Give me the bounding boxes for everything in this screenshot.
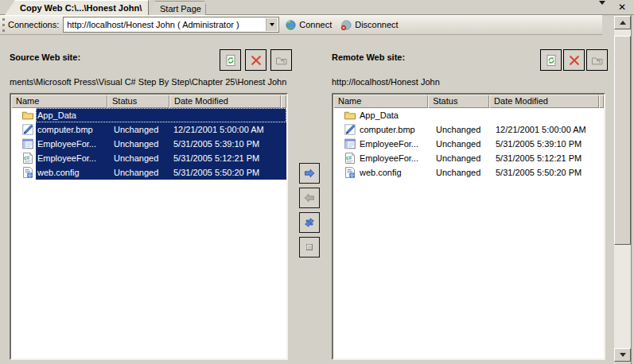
webform-file-icon xyxy=(21,137,34,150)
copy-to-source-button[interactable] xyxy=(299,188,320,208)
window-menu-button[interactable] xyxy=(599,5,609,13)
file-name: web.config xyxy=(34,168,107,177)
csharp-file-icon: c# xyxy=(344,152,356,165)
file-row[interactable]: c#EmployeeFor...Unchanged5/31/2005 5:12:… xyxy=(333,151,604,165)
scrollbar-thumb[interactable] xyxy=(614,36,631,245)
file-date: 5/31/2005 5:12:21 PM xyxy=(492,153,603,163)
sync-arrows-icon xyxy=(303,216,316,229)
source-file-list: Name Status Date Modified App_Datacomput… xyxy=(10,93,288,360)
source-new-folder-button[interactable] xyxy=(270,49,292,71)
column-header-date-modified[interactable]: Date Modified xyxy=(169,95,281,108)
tab-start-page-label: Start Page xyxy=(160,4,201,14)
connection-value: http://localhost/Honest John ( Administr… xyxy=(64,20,239,29)
file-date: 5/31/2005 5:12:21 PM xyxy=(169,153,281,163)
copy-to-remote-button[interactable] xyxy=(299,163,320,184)
file-status: Unchanged xyxy=(430,125,492,134)
file-row[interactable]: App_Data xyxy=(333,108,604,122)
file-status: Unchanged xyxy=(107,153,169,163)
tab-start-page[interactable]: Start Page xyxy=(149,1,206,15)
folder-icon xyxy=(21,109,34,122)
bitmap-file-icon xyxy=(344,123,356,136)
source-path: ments\Microsoft Press\Visual C# Step By … xyxy=(10,77,286,87)
connect-button-label: Connect xyxy=(299,20,332,29)
globe-connect-icon xyxy=(285,19,297,31)
config-file-icon xyxy=(344,166,356,179)
file-status: Unchanged xyxy=(107,168,169,177)
source-delete-button[interactable] xyxy=(245,49,266,71)
remote-path: http://localhost/Honest John xyxy=(332,77,440,87)
file-status: Unchanged xyxy=(430,168,492,177)
file-name: EmployeeFor... xyxy=(34,139,107,149)
arrow-right-icon xyxy=(303,167,316,180)
column-header-name[interactable]: Name xyxy=(333,95,428,108)
connect-button[interactable]: Connect xyxy=(282,16,335,33)
file-status: Unchanged xyxy=(107,139,169,149)
file-status: Unchanged xyxy=(430,139,492,149)
source-refresh-button[interactable] xyxy=(220,49,241,71)
close-icon: ✕ xyxy=(618,2,626,13)
delete-icon xyxy=(250,54,263,67)
file-name: computer.bmp xyxy=(34,125,107,134)
refresh-icon xyxy=(224,54,237,67)
column-header-status[interactable]: Status xyxy=(107,95,169,108)
vertical-scrollbar[interactable] xyxy=(614,16,631,362)
remote-site-title: Remote Web site: xyxy=(332,52,405,62)
tab-copy-web[interactable]: Copy Web C:\...\Honest John\ xyxy=(5,0,149,15)
file-row[interactable]: App_Data xyxy=(11,108,286,122)
column-header-name[interactable]: Name xyxy=(11,95,107,108)
file-row[interactable]: web.configUnchanged5/31/2005 5:50:20 PM xyxy=(11,165,286,180)
new-folder-icon xyxy=(275,54,288,67)
file-date: 5/31/2005 5:50:20 PM xyxy=(492,168,603,177)
file-status: Unchanged xyxy=(430,153,492,163)
file-row[interactable]: EmployeeFor...Unchanged5/31/2005 5:39:10… xyxy=(333,137,604,151)
chevron-down-icon xyxy=(270,23,274,26)
synchronize-button[interactable] xyxy=(299,212,320,233)
column-header-filler xyxy=(599,95,604,108)
folder-icon xyxy=(344,109,356,122)
file-row[interactable]: c#EmployeeFor...Unchanged5/31/2005 5:12:… xyxy=(11,151,286,165)
svg-text:c#: c# xyxy=(346,155,352,161)
source-list-body: App_Datacomputer.bmpUnchanged12/21/2001 … xyxy=(11,108,286,180)
file-name: EmployeeFor... xyxy=(356,153,430,163)
file-status: Unchanged xyxy=(107,125,169,134)
remote-refresh-button[interactable] xyxy=(540,49,562,71)
file-name: App_Data xyxy=(356,110,430,120)
file-date: 12/21/2001 5:00:00 AM xyxy=(492,125,603,134)
scroll-up-button[interactable] xyxy=(614,16,631,29)
scroll-down-button[interactable] xyxy=(614,348,631,362)
svg-text:c#: c# xyxy=(24,155,30,161)
close-button[interactable]: ✕ xyxy=(616,1,628,14)
webform-file-icon xyxy=(344,137,356,150)
disconnect-button-label: Disconnect xyxy=(355,20,398,29)
remote-delete-button[interactable] xyxy=(563,49,585,71)
bitmap-file-icon xyxy=(21,123,34,136)
file-date: 12/21/2001 5:00:00 AM xyxy=(169,125,281,134)
scroll-up-icon xyxy=(620,21,626,25)
file-name: App_Data xyxy=(34,110,107,120)
combo-dropdown-button[interactable] xyxy=(266,18,278,31)
column-header-date-modified[interactable]: Date Modified xyxy=(489,95,599,108)
remote-new-folder-button[interactable] xyxy=(586,49,608,71)
file-row[interactable]: computer.bmpUnchanged12/21/2001 5:00:00 … xyxy=(11,122,286,137)
toolbar-grip[interactable] xyxy=(2,18,5,32)
document-tab-strip: Copy Web C:\...\Honest John\ Start Page … xyxy=(0,0,634,15)
file-row[interactable]: EmployeeFor...Unchanged5/31/2005 5:39:10… xyxy=(11,137,286,151)
file-name: EmployeeFor... xyxy=(34,153,107,163)
remote-file-list: Name Status Date Modified App_Datacomput… xyxy=(332,93,605,360)
file-name: EmployeeFor... xyxy=(356,139,430,149)
connections-toolbar: Connections: http://localhost/Honest Joh… xyxy=(0,15,602,35)
delete-icon xyxy=(568,54,581,67)
disconnect-button[interactable]: Disconnect xyxy=(337,16,401,33)
file-date: 5/31/2005 5:50:20 PM xyxy=(169,168,281,177)
file-row[interactable]: computer.bmpUnchanged12/21/2001 5:00:00 … xyxy=(333,122,604,137)
connections-label: Connections: xyxy=(8,20,59,29)
column-header-filler xyxy=(281,95,286,108)
stop-icon xyxy=(303,241,316,254)
stop-button[interactable] xyxy=(299,237,320,258)
scroll-down-icon xyxy=(620,353,626,357)
column-header-status[interactable]: Status xyxy=(428,95,489,108)
chevron-down-icon xyxy=(599,1,605,14)
file-row[interactable]: web.configUnchanged5/31/2005 5:50:20 PM xyxy=(333,165,604,180)
remote-list-header: Name Status Date Modified xyxy=(333,95,604,108)
connection-combobox[interactable]: http://localhost/Honest John ( Administr… xyxy=(63,17,279,33)
